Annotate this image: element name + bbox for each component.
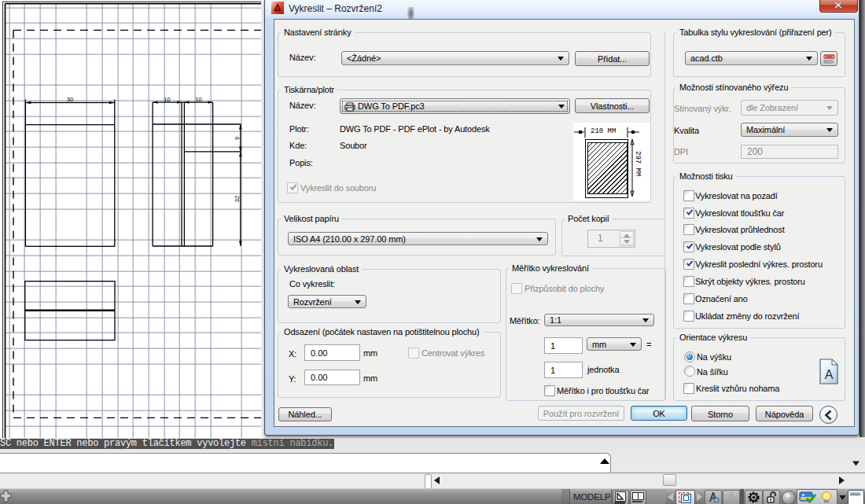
- svg-text:A: A: [825, 368, 834, 381]
- svg-text:9: 9: [234, 137, 241, 140]
- svg-text:10: 10: [195, 96, 201, 103]
- svg-text:297 MM: 297 MM: [634, 151, 642, 176]
- svg-text:30: 30: [67, 96, 73, 103]
- svg-text:10: 10: [164, 96, 170, 103]
- svg-text:32: 32: [234, 196, 241, 202]
